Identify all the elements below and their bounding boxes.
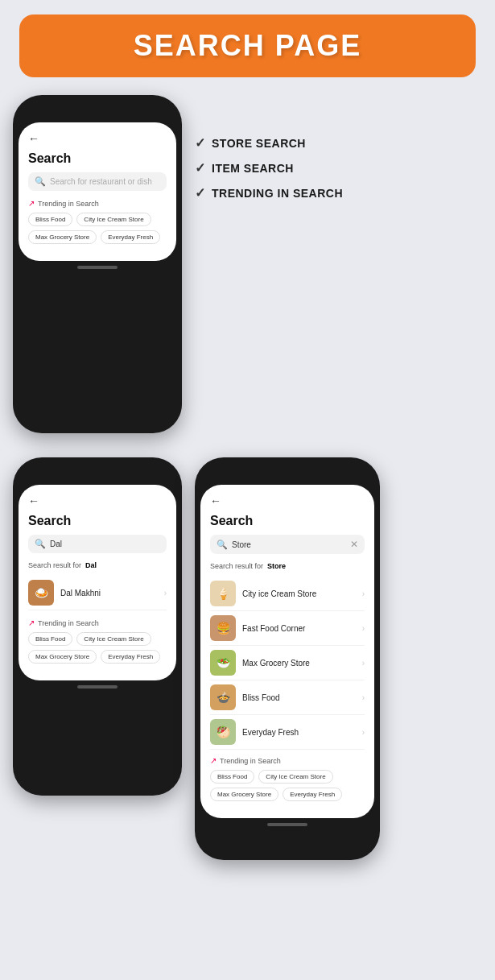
phone-1-screen: ← Search 🔍 Search for restaurant or dish… (19, 122, 176, 261)
notch-2 (69, 468, 126, 481)
phone-1-notch (19, 103, 176, 121)
result-image: 🍲 (210, 684, 236, 710)
chevron-icon: › (362, 624, 365, 633)
tag[interactable]: Everyday Fresh (101, 230, 160, 244)
phone-1-trending-label: Trending in Search (38, 200, 99, 208)
tag[interactable]: Bliss Food (28, 632, 72, 646)
bottom-indicator (77, 266, 118, 269)
phone-2-results: 🍛 Dal Makhni › (28, 576, 167, 610)
result-item[interactable]: 🥙 Everyday Fresh › (210, 715, 365, 750)
phone-3-bottom (200, 823, 374, 826)
result-name: Max Grocery Store (242, 659, 356, 668)
phone-2-search-box[interactable]: 🔍 Dal (28, 535, 167, 553)
phone-2-result-label: Search result for Dal (28, 561, 167, 569)
phone-2-title: Search (28, 514, 167, 528)
chevron-icon: › (362, 728, 365, 737)
result-name: Everyday Fresh (242, 728, 356, 737)
trending-icon-2: ↗ (28, 618, 35, 627)
tag[interactable]: Everyday Fresh (101, 650, 160, 664)
tag[interactable]: Max Grocery Store (210, 788, 278, 801)
trending-icon: ↗ (28, 199, 35, 208)
feature-label: TRENDING IN SEARCH (212, 187, 343, 200)
phone-3-screen: ← Search 🔍 Store ✕ Search result for Sto… (200, 485, 374, 818)
header-banner: SEARCH PAGE (19, 14, 476, 77)
check-icon: ✓ (195, 185, 205, 201)
phone-2-search-value: Dal (50, 540, 62, 548)
phone-3-results: 🍦 City ice Cream Store › 🍔 Fast Food Cor… (210, 577, 365, 750)
result-item[interactable]: 🍔 Fast Food Corner › (210, 611, 365, 646)
search-icon-2: 🔍 (35, 539, 46, 549)
phone-1-back[interactable]: ← (28, 132, 167, 145)
check-icon: ✓ (195, 135, 205, 151)
phone-2-tags: Bliss FoodCity Ice Cream StoreMax Grocer… (28, 632, 167, 664)
result-item[interactable]: 🍲 Bliss Food › (210, 680, 365, 715)
result-item[interactable]: 🥗 Max Grocery Store › (210, 646, 365, 680)
result-keyword-3: Store (267, 562, 286, 570)
phone-1-placeholder: Search for restaurant or dish (50, 177, 152, 186)
search-icon-3: 🔍 (217, 540, 228, 550)
phone-2-notch (19, 465, 176, 483)
result-prefix-3: Search result for (210, 562, 263, 570)
feature-item-trending-search: ✓ TRENDING IN SEARCH (195, 185, 343, 201)
feature-item-store-search: ✓ STORE SEARCH (195, 135, 343, 151)
phone-2-screen: ← Search 🔍 Dal Search result for Dal 🍛 D… (19, 485, 176, 680)
check-icon: ✓ (195, 160, 205, 176)
top-row: ← Search 🔍 Search for restaurant or dish… (13, 95, 482, 433)
bottom-row: ← Search 🔍 Dal Search result for Dal 🍛 D… (13, 457, 482, 860)
tag[interactable]: City Ice Cream Store (76, 632, 151, 646)
tag[interactable]: Max Grocery Store (28, 650, 97, 664)
features-panel: ✓ STORE SEARCH ✓ ITEM SEARCH ✓ TRENDING … (195, 95, 343, 201)
phone-3-trending-label: Trending in Search (220, 757, 281, 765)
phone-1-bottom (19, 266, 176, 269)
result-item[interactable]: 🍛 Dal Makhni › (28, 576, 167, 610)
clear-icon[interactable]: ✕ (350, 539, 358, 550)
result-image: 🍛 (28, 580, 54, 606)
main-content: ← Search 🔍 Search for restaurant or dish… (0, 95, 495, 884)
result-prefix-2: Search result for (28, 561, 81, 569)
result-image: 🥙 (210, 719, 236, 745)
phone-3-trending-header: ↗ Trending in Search (210, 756, 365, 765)
phone-2-back[interactable]: ← (28, 494, 167, 507)
result-image: 🍦 (210, 581, 236, 606)
result-image: 🍔 (210, 615, 236, 641)
tag[interactable]: City Ice Cream Store (76, 213, 151, 226)
result-name: Bliss Food (242, 693, 356, 702)
phone-1-search-box[interactable]: 🔍 Search for restaurant or dish (28, 172, 167, 191)
phone-2-trending-header: ↗ Trending in Search (28, 618, 167, 627)
phone-2-trending-label: Trending in Search (38, 619, 99, 627)
notch-3 (259, 468, 316, 481)
phone-1: ← Search 🔍 Search for restaurant or dish… (13, 95, 182, 433)
result-item[interactable]: 🍦 City ice Cream Store › (210, 577, 365, 611)
result-image: 🥗 (210, 650, 236, 676)
search-icon: 🔍 (35, 176, 46, 187)
phone-3-title: Search (210, 514, 365, 528)
phone-2: ← Search 🔍 Dal Search result for Dal 🍛 D… (13, 457, 182, 796)
feature-label: ITEM SEARCH (212, 162, 294, 175)
chevron-icon: › (362, 589, 365, 598)
phone-1-tags: Bliss FoodCity Ice Cream StoreMax Grocer… (28, 213, 167, 244)
phone-1-title: Search (28, 151, 167, 166)
result-name: Fast Food Corner (242, 624, 356, 633)
phone-1-trending-header: ↗ Trending in Search (28, 199, 167, 208)
header-title: SEARCH PAGE (39, 29, 456, 63)
bottom-indicator-2 (77, 685, 118, 688)
phone-3-tags: Bliss FoodCity Ice Cream StoreMax Grocer… (210, 770, 365, 801)
chevron-icon: › (362, 693, 365, 702)
tag[interactable]: Bliss Food (28, 213, 72, 226)
phone-3-search-box[interactable]: 🔍 Store ✕ (210, 535, 365, 554)
phone-3-back[interactable]: ← (210, 494, 365, 507)
trending-icon-3: ↗ (210, 756, 217, 765)
tag[interactable]: Max Grocery Store (28, 230, 97, 244)
result-name: City ice Cream Store (242, 589, 356, 598)
feature-item-item-search: ✓ ITEM SEARCH (195, 160, 343, 176)
chevron-icon: › (362, 659, 365, 668)
chevron-icon: › (164, 589, 167, 598)
bottom-indicator-3 (267, 823, 307, 826)
phone-3-notch (200, 465, 374, 483)
notch (69, 105, 126, 118)
tag[interactable]: City Ice Cream Store (258, 770, 332, 784)
tag[interactable]: Everyday Fresh (283, 788, 342, 801)
feature-label: STORE SEARCH (212, 137, 306, 150)
phone-3-search-value: Store (232, 540, 251, 549)
tag[interactable]: Bliss Food (210, 770, 254, 784)
